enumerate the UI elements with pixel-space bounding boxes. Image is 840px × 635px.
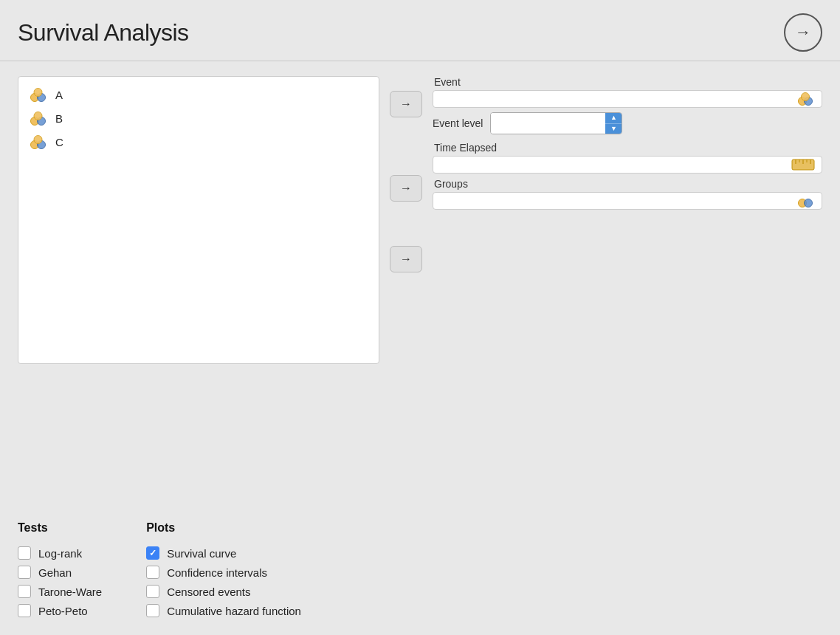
checkbox-gehan[interactable]	[18, 566, 31, 579]
header: Survival Analysis →	[0, 0, 840, 61]
tests-list: Log-rank Gehan Tarone-Ware Peto-Peto	[18, 543, 102, 620]
event-level-control[interactable]: ▲ ▼	[490, 112, 622, 134]
checkbox-confidence-intervals[interactable]	[146, 566, 159, 579]
time-elapsed-label: Time Elapsed	[433, 142, 822, 154]
plot-label-cumulative-hazard: Cumulative hazard function	[167, 605, 301, 617]
plot-item-survival-curve[interactable]: Survival curve	[146, 543, 301, 563]
page-title: Survival Analysis	[18, 19, 189, 47]
variable-item-c[interactable]: C	[24, 130, 373, 154]
tests-title: Tests	[18, 521, 102, 535]
checkbox-cumulative-hazard[interactable]	[146, 604, 159, 617]
arrows-column: →→→	[379, 76, 433, 499]
plots-list: Survival curve Confidence intervals Cens…	[146, 543, 301, 620]
groups-variable-icon	[796, 193, 816, 209]
time-elapsed-input[interactable]	[433, 156, 822, 174]
main-content: A B C →→→ Event	[0, 61, 840, 514]
tests-section: Tests Log-rank Gehan Tarone-Ware Peto-Pe…	[18, 521, 102, 620]
test-item-log-rank[interactable]: Log-rank	[18, 543, 102, 563]
fields-panel: Event Event level ▲ ▼	[433, 76, 822, 499]
plots-section: Plots Survival curve Confidence interval…	[146, 521, 301, 620]
arrow-right-icon: →	[795, 23, 811, 42]
svg-point-2	[34, 89, 42, 97]
bottom-section: Tests Log-rank Gehan Tarone-Ware Peto-Pe…	[0, 514, 840, 635]
plots-title: Plots	[146, 521, 301, 535]
variable-item-b[interactable]: B	[24, 106, 373, 130]
variable-icon-c	[29, 134, 49, 150]
svg-point-19	[805, 199, 813, 207]
test-item-peto-peto[interactable]: Peto-Peto	[18, 601, 102, 620]
variable-list-panel: A B C	[18, 76, 379, 364]
event-level-row: Event level ▲ ▼	[433, 112, 822, 134]
checkbox-tarone-ware[interactable]	[18, 585, 31, 598]
variable-label-c: C	[55, 136, 63, 148]
variable-label-a: A	[55, 89, 63, 101]
checkbox-censored-events[interactable]	[146, 585, 159, 598]
event-level-input[interactable]	[491, 112, 605, 134]
time-elapsed-group: Time Elapsed	[433, 142, 822, 174]
svg-point-11	[802, 93, 810, 101]
test-label-gehan: Gehan	[38, 566, 72, 579]
test-item-tarone-ware[interactable]: Tarone-Ware	[18, 582, 102, 601]
plot-label-confidence-intervals: Confidence intervals	[167, 566, 267, 579]
svg-point-5	[34, 112, 42, 120]
checkbox-log-rank[interactable]	[18, 546, 31, 560]
next-button[interactable]: →	[784, 13, 822, 52]
event-variable-icon	[796, 91, 816, 107]
plot-item-confidence-intervals[interactable]: Confidence intervals	[146, 563, 301, 582]
transfer-button-groups_arrow[interactable]: →	[390, 246, 422, 272]
spinner-down-button[interactable]: ▼	[605, 124, 622, 135]
variable-item-a[interactable]: A	[24, 83, 373, 106]
plot-label-survival-curve: Survival curve	[167, 547, 236, 560]
transfer-button-time_arrow[interactable]: →	[390, 175, 422, 202]
checkbox-peto-peto[interactable]	[18, 604, 31, 617]
test-label-log-rank: Log-rank	[38, 547, 82, 560]
checkbox-survival-curve[interactable]	[146, 546, 159, 560]
event-label: Event	[433, 76, 822, 88]
groups-label: Groups	[433, 178, 822, 190]
svg-point-8	[34, 136, 42, 144]
test-label-peto-peto: Peto-Peto	[38, 605, 88, 617]
event-level-label: Event level	[433, 117, 483, 129]
test-label-tarone-ware: Tarone-Ware	[38, 586, 102, 598]
plot-item-cumulative-hazard[interactable]: Cumulative hazard function	[146, 601, 301, 620]
spinner-buttons: ▲ ▼	[605, 112, 622, 134]
time-variable-icon	[791, 157, 816, 173]
variable-icon-a	[29, 86, 49, 103]
event-group: Event	[433, 76, 822, 108]
event-input[interactable]	[433, 90, 822, 108]
groups-group: Groups	[433, 178, 822, 210]
variable-label-b: B	[55, 112, 63, 125]
app-container: Survival Analysis → A B C	[0, 0, 840, 635]
test-item-gehan[interactable]: Gehan	[18, 563, 102, 582]
variable-icon-b	[29, 110, 49, 126]
plot-item-censored-events[interactable]: Censored events	[146, 582, 301, 601]
spinner-up-button[interactable]: ▲	[605, 112, 622, 124]
plot-label-censored-events: Censored events	[167, 586, 250, 598]
transfer-button-event_arrow[interactable]: →	[390, 91, 422, 117]
groups-input[interactable]	[433, 192, 822, 210]
